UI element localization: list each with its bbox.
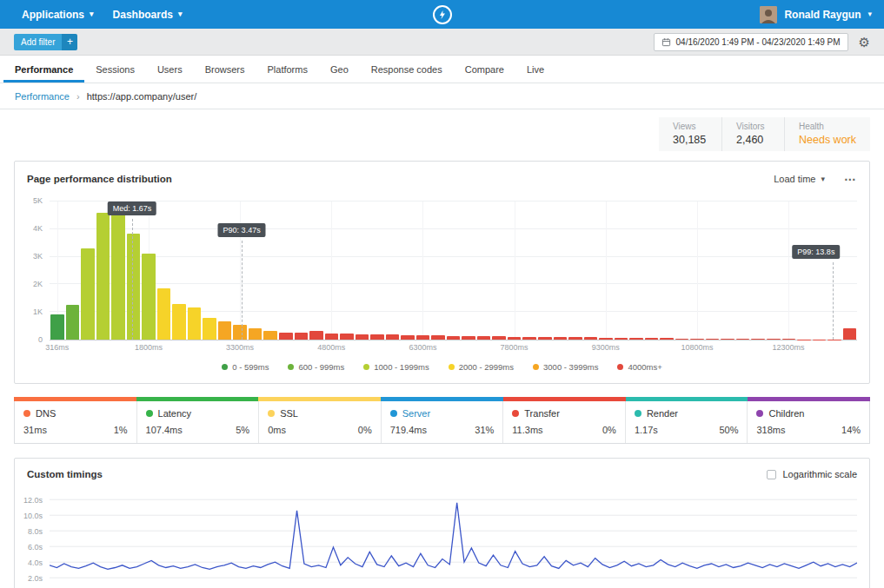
histogram-bar[interactable] [675, 339, 689, 340]
histogram-bar[interactable] [599, 338, 613, 340]
tab-response-codes[interactable]: Response codes [360, 56, 454, 83]
histogram-bar[interactable] [127, 234, 141, 340]
legend-dot-icon [449, 364, 455, 370]
histogram-bar[interactable] [309, 331, 323, 340]
histogram-bar[interactable] [263, 331, 277, 340]
histogram-bar[interactable] [142, 254, 156, 340]
histogram-bar[interactable] [660, 338, 674, 340]
histogram-bar[interactable] [218, 321, 232, 340]
histogram-bar[interactable] [431, 335, 445, 340]
histogram-bar[interactable] [203, 318, 216, 340]
timing-percent: 5% [236, 425, 249, 435]
filter-bar: Add filter + 04/16/2020 1:49 PM - 04/23/… [0, 29, 884, 56]
histogram-bar[interactable] [706, 339, 720, 340]
histogram-bar[interactable] [615, 338, 628, 340]
timing-cell-server[interactable]: Server719.4ms31% [381, 401, 503, 443]
histogram-bar[interactable] [340, 334, 354, 340]
histogram-bar[interactable] [447, 336, 461, 340]
checkbox-icon[interactable] [767, 470, 776, 479]
timing-cell-children[interactable]: Children318ms14% [747, 401, 869, 443]
histogram-bar[interactable] [188, 307, 202, 340]
breadcrumb-page-url: https://app.company/user/ [87, 91, 197, 102]
histogram-bar[interactable] [370, 334, 384, 340]
tab-geo[interactable]: Geo [319, 56, 360, 83]
histogram-bar[interactable] [782, 339, 796, 340]
logarithmic-scale-toggle[interactable]: Logarithmic scale [767, 469, 857, 479]
histogram-bar[interactable] [645, 338, 659, 340]
user-menu[interactable]: Ronald Raygun ▾ [760, 6, 872, 23]
legend-dot-icon [533, 364, 539, 370]
timing-cell-ssl[interactable]: SSL0ms0% [258, 401, 381, 443]
timing-dot-icon [756, 410, 763, 417]
histogram-bar[interactable] [249, 328, 263, 340]
breadcrumb-performance-link[interactable]: Performance [15, 91, 70, 102]
gear-icon[interactable]: ⚙ [859, 36, 870, 49]
histogram-bar[interactable] [50, 314, 64, 340]
timing-label: DNS [36, 408, 56, 419]
date-range-picker[interactable]: 04/16/2020 1:49 PM - 04/23/2020 1:49 PM [654, 33, 848, 51]
histogram-bar[interactable] [522, 337, 536, 340]
metric-dropdown[interactable]: Load time ▾ [774, 174, 825, 184]
timing-name: Latency [146, 408, 250, 419]
legend-item: 0 - 599ms [222, 362, 269, 372]
timing-cell-dns[interactable]: DNS31ms1% [15, 401, 136, 443]
histogram-bar[interactable] [492, 336, 506, 340]
timing-values: 31ms1% [23, 425, 128, 435]
histogram-bar[interactable] [356, 334, 369, 340]
histogram-bar[interactable] [386, 334, 400, 340]
histogram-bar[interactable] [462, 336, 475, 340]
tab-users[interactable]: Users [146, 56, 194, 83]
histogram-bar[interactable] [629, 338, 643, 340]
histogram-bar[interactable] [538, 337, 552, 340]
legend-item: 3000 - 3999ms [533, 362, 598, 372]
histogram-bar[interactable] [508, 337, 522, 340]
histogram-bar[interactable] [736, 339, 750, 340]
histogram-bar[interactable] [568, 337, 582, 340]
tab-sessions[interactable]: Sessions [84, 56, 146, 83]
tab-compare[interactable]: Compare [454, 56, 515, 83]
histogram-bar[interactable] [721, 339, 734, 340]
more-menu-icon[interactable]: ⋯ [844, 172, 857, 186]
histogram-bar[interactable] [843, 328, 857, 340]
histogram-bar[interactable] [233, 325, 247, 340]
timing-percent: 0% [358, 425, 372, 435]
tab-browsers[interactable]: Browsers [194, 56, 256, 83]
histogram-bar[interactable] [401, 335, 415, 340]
tab-live[interactable]: Live [515, 56, 555, 83]
tab-performance[interactable]: Performance [3, 56, 84, 83]
histogram-bars [50, 202, 856, 340]
histogram-bar[interactable] [554, 337, 568, 340]
add-filter-button[interactable]: Add filter + [14, 34, 77, 50]
histogram-bar[interactable] [66, 305, 80, 340]
timing-label: Transfer [524, 408, 560, 419]
top-nav: Applications ▾ Dashboards ▾ Ronald Raygu… [0, 0, 884, 29]
timing-value: 31ms [23, 425, 47, 435]
histogram-bar[interactable] [584, 337, 598, 340]
histogram-bar[interactable] [477, 336, 491, 340]
histogram-bar[interactable] [96, 213, 110, 340]
x-axis-label: 7800ms [501, 343, 528, 352]
histogram-bar[interactable] [81, 248, 95, 340]
lightning-logo-icon[interactable] [433, 5, 452, 24]
histogram-bar[interactable] [767, 339, 781, 340]
histogram-bar[interactable] [751, 339, 765, 340]
percentile-marker-label: P99: 13.8s [792, 245, 840, 259]
histogram-bar[interactable] [172, 304, 186, 340]
legend-dot-icon [617, 364, 623, 370]
legend-label: 4000ms+ [628, 362, 661, 372]
nav-dashboards-menu[interactable]: Dashboards ▾ [103, 0, 192, 29]
nav-applications-menu[interactable]: Applications ▾ [12, 0, 103, 29]
timing-cell-transfer[interactable]: Transfer11.3ms0% [502, 401, 625, 443]
legend-dot-icon [222, 364, 228, 370]
histogram-bar[interactable] [111, 213, 125, 340]
timing-cell-latency[interactable]: Latency107.4ms5% [136, 401, 259, 443]
histogram-bar[interactable] [279, 333, 293, 340]
histogram-bar[interactable] [690, 339, 704, 340]
histogram-bar[interactable] [295, 333, 309, 340]
histogram-bar[interactable] [416, 335, 430, 340]
histogram-bar[interactable] [157, 288, 171, 340]
timing-values: 11.3ms0% [512, 425, 616, 435]
timing-cell-render[interactable]: Render1.17s50% [625, 401, 748, 443]
tab-platforms[interactable]: Platforms [256, 56, 318, 83]
histogram-bar[interactable] [325, 334, 339, 340]
